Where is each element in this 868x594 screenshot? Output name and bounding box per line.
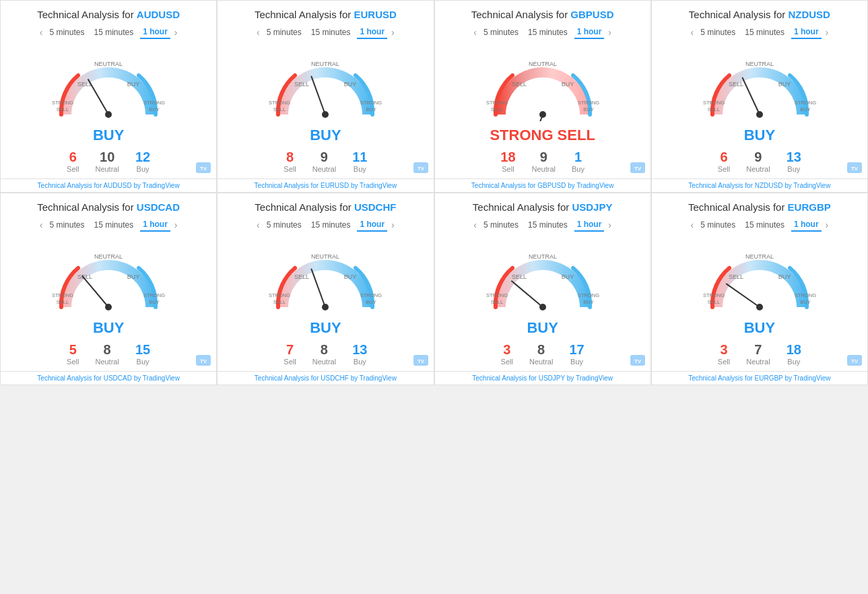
tf-5min-usdjpy[interactable]: 5 minutes [481, 219, 521, 231]
next-arrow-usdchf[interactable]: › [391, 220, 395, 230]
neutral-count-usdchf: 8 [321, 342, 328, 358]
svg-text:BUY: BUY [583, 299, 593, 305]
footer-link-eurusd[interactable]: Technical Analysis for EURUSD by Trading… [217, 179, 434, 193]
svg-text:STRONG: STRONG [143, 292, 165, 298]
next-arrow-usdcad[interactable]: › [174, 220, 178, 230]
timeframes-eurusd: ‹ 5 minutes 15 minutes 1 hour › [257, 26, 395, 39]
tf-15min-nzdusd[interactable]: 15 minutes [742, 26, 787, 38]
svg-text:STRONG: STRONG [269, 100, 290, 106]
widget-title-usdchf: Technical Analysis for USDCHF [255, 201, 396, 213]
svg-text:SELL: SELL [57, 299, 69, 305]
tf-15min-eurgbp[interactable]: 15 minutes [742, 219, 787, 231]
svg-text:STRONG: STRONG [360, 292, 382, 298]
footer-link-gbpusd[interactable]: Technical Analysis for GBPUSD by Trading… [434, 179, 651, 193]
footer-link-eurgbp[interactable]: Technical Analysis for EURGBP by Trading… [651, 372, 868, 385]
svg-text:TV: TV [634, 166, 642, 172]
footer-link-usdchf[interactable]: Technical Analysis for USDCHF by Trading… [217, 372, 434, 385]
neutral-stat-usdjpy: 8 Neutral [529, 342, 553, 366]
prev-arrow-eurgbp[interactable]: ‹ [691, 220, 694, 230]
prev-arrow-gbpusd[interactable]: ‹ [473, 27, 477, 38]
svg-text:SELL: SELL [273, 106, 286, 112]
timeframes-gbpusd: ‹ 5 minutes 15 minutes 1 hour › [473, 26, 611, 39]
tf-1hour-audusd[interactable]: 1 hour [140, 26, 170, 39]
svg-text:SELL: SELL [490, 299, 502, 305]
prev-arrow-nzdusd[interactable]: ‹ [691, 27, 694, 38]
sell-stat-usdchf: 7 Sell [283, 342, 296, 366]
footer-link-usdcad[interactable]: Technical Analysis for USDCAD by Trading… [0, 372, 217, 385]
sell-label-audusd: Sell [67, 165, 79, 173]
prev-arrow-usdcad[interactable]: ‹ [40, 220, 43, 230]
prev-arrow-usdjpy[interactable]: ‹ [473, 220, 477, 230]
prev-arrow-usdchf[interactable]: ‹ [257, 220, 260, 230]
tf-1hour-usdcad[interactable]: 1 hour [140, 218, 170, 232]
gauge-eurusd: NEUTRAL SELL BUY STRONG SELL STRONG BUY [265, 47, 386, 121]
tf-1hour-eurgbp[interactable]: 1 hour [791, 218, 822, 232]
sell-label-usdchf: Sell [283, 358, 296, 366]
timeframes-audusd: ‹ 5 minutes 15 minutes 1 hour › [40, 26, 178, 39]
tf-5min-audusd[interactable]: 5 minutes [46, 26, 87, 38]
tf-15min-audusd[interactable]: 15 minutes [91, 26, 136, 38]
next-arrow-eurgbp[interactable]: › [826, 220, 829, 230]
svg-point-19 [322, 111, 329, 118]
sell-stat-eurusd: 8 Sell [283, 150, 296, 173]
neutral-label-gbpusd: Neutral [532, 165, 556, 173]
svg-text:NEUTRAL: NEUTRAL [94, 253, 123, 260]
svg-text:SELL: SELL [57, 106, 69, 112]
neutral-label-usdchf: Neutral [312, 358, 336, 366]
tf-15min-eurusd[interactable]: 15 minutes [308, 26, 354, 38]
svg-point-85 [756, 304, 763, 310]
footer-link-usdjpy[interactable]: Technical Analysis for USDJPY by Trading… [434, 372, 651, 385]
sell-stat-audusd: 6 Sell [67, 150, 79, 173]
tf-15min-gbpusd[interactable]: 15 minutes [525, 26, 570, 38]
svg-text:NEUTRAL: NEUTRAL [745, 61, 774, 67]
next-arrow-nzdusd[interactable]: › [826, 27, 829, 38]
timeframes-usdcad: ‹ 5 minutes 15 minutes 1 hour › [40, 218, 178, 232]
tf-1hour-gbpusd[interactable]: 1 hour [574, 26, 605, 39]
tf-5min-nzdusd[interactable]: 5 minutes [698, 26, 738, 38]
tf-5min-gbpusd[interactable]: 5 minutes [481, 26, 521, 38]
svg-point-74 [539, 304, 546, 310]
svg-text:NEUTRAL: NEUTRAL [94, 61, 123, 67]
tf-1hour-usdjpy[interactable]: 1 hour [574, 218, 605, 232]
tf-15min-usdcad[interactable]: 15 minutes [91, 219, 136, 231]
next-arrow-gbpusd[interactable]: › [608, 27, 611, 38]
pair-label-usdcad: USDCAD [137, 201, 180, 213]
tf-1hour-eurusd[interactable]: 1 hour [357, 26, 387, 39]
widget-usdchf: Technical Analysis for USDCHF ‹ 5 minute… [217, 193, 434, 372]
svg-text:BUY: BUY [561, 273, 574, 280]
next-arrow-usdjpy[interactable]: › [608, 220, 611, 230]
tf-15min-usdjpy[interactable]: 15 minutes [525, 219, 570, 231]
footer-link-audusd[interactable]: Technical Analysis for AUDUSD by Trading… [0, 179, 217, 193]
tf-15min-usdchf[interactable]: 15 minutes [308, 219, 354, 231]
prev-arrow-eurusd[interactable]: ‹ [257, 27, 260, 38]
buy-label-usdchf: Buy [354, 358, 366, 366]
tradingview-icon-usdcad: TV [196, 355, 211, 366]
neutral-label-usdcad: Neutral [95, 358, 119, 366]
gauge-eurgbp: NEUTRAL SELL BUY STRONG SELL STRONG BUY [699, 240, 820, 314]
next-arrow-audusd[interactable]: › [174, 27, 178, 38]
svg-text:BUY: BUY [561, 81, 574, 88]
buy-count-usdcad: 15 [135, 342, 150, 358]
tf-5min-eurgbp[interactable]: 5 minutes [698, 219, 738, 231]
tf-1hour-usdchf[interactable]: 1 hour [357, 218, 387, 232]
tf-1hour-nzdusd[interactable]: 1 hour [791, 26, 822, 39]
svg-text:SELL: SELL [294, 81, 309, 88]
tf-5min-usdcad[interactable]: 5 minutes [46, 219, 87, 231]
widget-usdjpy: Technical Analysis for USDJPY ‹ 5 minute… [434, 193, 651, 372]
buy-stat-audusd: 12 Buy [135, 150, 150, 173]
buy-stat-usdcad: 15 Buy [135, 342, 150, 366]
tf-5min-usdchf[interactable]: 5 minutes [264, 219, 304, 231]
svg-point-52 [105, 304, 112, 310]
next-arrow-eurusd[interactable]: › [391, 27, 395, 38]
tradingview-icon-nzdusd: TV [847, 162, 862, 173]
sell-label-eurusd: Sell [283, 165, 296, 173]
svg-text:BUY: BUY [366, 299, 376, 305]
pair-label-gbpusd: GBPUSD [570, 9, 613, 20]
signal-usdchf: BUY [310, 319, 341, 337]
tf-5min-eurusd[interactable]: 5 minutes [264, 26, 304, 38]
footer-link-nzdusd[interactable]: Technical Analysis for NZDUSD by Trading… [651, 179, 868, 193]
prev-arrow-audusd[interactable]: ‹ [40, 27, 43, 38]
buy-count-usdchf: 13 [352, 342, 367, 358]
neutral-label-eurusd: Neutral [312, 165, 336, 173]
widget-title-audusd: Technical Analysis for AUDUSD [37, 9, 180, 20]
